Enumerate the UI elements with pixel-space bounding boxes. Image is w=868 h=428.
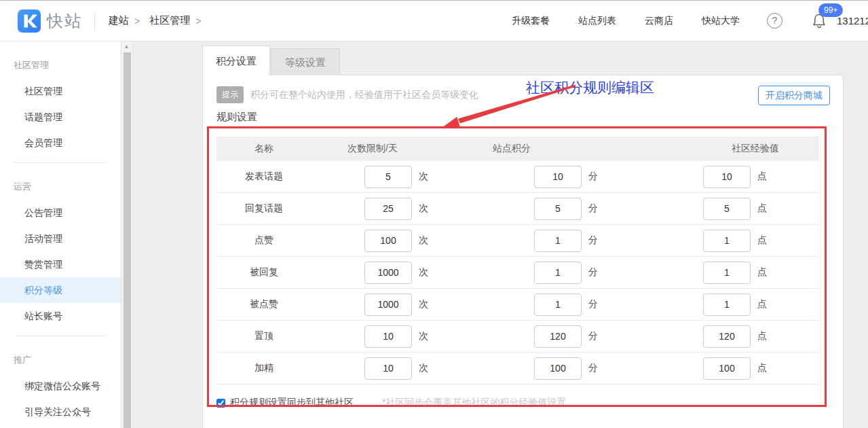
limit-input[interactable] bbox=[364, 357, 412, 380]
points-input[interactable] bbox=[534, 230, 582, 252]
user-id[interactable]: 131212 bbox=[837, 15, 868, 26]
topbar-nav: 升级套餐站点列表云商店快站大学 bbox=[483, 15, 740, 27]
open-points-mall-button[interactable]: 开启积分商城 bbox=[758, 86, 830, 105]
nav-link[interactable]: 升级套餐 bbox=[512, 15, 550, 27]
tab-points-settings[interactable]: 积分设置 bbox=[202, 46, 270, 75]
breadcrumb-item[interactable]: 社区管理 bbox=[149, 14, 190, 27]
unit-label: 分 bbox=[588, 234, 598, 247]
sidebar-item[interactable]: 积分等级 bbox=[0, 277, 121, 303]
topbar-divider bbox=[94, 12, 95, 30]
limit-input[interactable] bbox=[364, 230, 412, 252]
unit-label: 点 bbox=[757, 298, 767, 310]
exp-input[interactable] bbox=[703, 262, 751, 284]
unit-label: 次 bbox=[419, 234, 428, 247]
unit-label: 分 bbox=[588, 362, 598, 374]
rule-name: 被点赞 bbox=[216, 298, 312, 310]
points-input[interactable] bbox=[534, 357, 582, 380]
annotation-label: 社区积分规则编辑区 bbox=[526, 78, 654, 97]
nav-link[interactable]: 快站大学 bbox=[702, 15, 740, 27]
points-input[interactable] bbox=[534, 262, 582, 284]
sync-settings-row: 积分规则设置同步到其他社区 *社区同步会覆盖其他社区的积分经验值设置 bbox=[216, 397, 566, 409]
points-input[interactable] bbox=[534, 166, 582, 188]
nav-link[interactable]: 站点列表 bbox=[578, 15, 616, 27]
table-row: 被点赞次分点 bbox=[216, 289, 819, 321]
breadcrumb-item[interactable]: 建站 bbox=[109, 14, 129, 27]
scrollbar-up-arrow-icon[interactable]: ▲ bbox=[121, 41, 132, 52]
topbar: 快站 建站>社区管理> 升级套餐站点列表云商店快站大学 ? 99+ 131212 bbox=[0, 0, 868, 41]
unit-label: 分 bbox=[588, 298, 598, 310]
sidebar-item[interactable]: 活动管理 bbox=[0, 226, 121, 251]
table-body: 发表话题次分点回复话题次分点点赞次分点被回复次分点被点赞次分点置顶次分点加精次分… bbox=[216, 161, 819, 385]
sidebar: 社区管理社区管理话题管理会员管理运营公告管理活动管理赞赏管理积分等级站长账号推广… bbox=[0, 41, 121, 428]
limit-input[interactable] bbox=[364, 198, 412, 220]
notifications-bell[interactable]: 99+ bbox=[811, 12, 827, 30]
rule-name: 置顶 bbox=[216, 330, 312, 342]
logo[interactable]: 快站 bbox=[18, 10, 82, 33]
points-input[interactable] bbox=[534, 325, 582, 348]
unit-label: 分 bbox=[588, 330, 598, 342]
logo-text: 快站 bbox=[47, 10, 82, 32]
breadcrumb-chevron-icon: > bbox=[134, 16, 140, 26]
exp-input[interactable] bbox=[703, 293, 751, 316]
table-column-header: 社区经验值 bbox=[671, 143, 839, 155]
unit-label: 分 bbox=[588, 202, 598, 215]
sidebar-scrollbar[interactable]: ▲ bbox=[121, 41, 132, 428]
unit-label: 分 bbox=[588, 171, 598, 183]
limit-input[interactable] bbox=[364, 293, 412, 316]
breadcrumb-chevron-icon: > bbox=[195, 16, 201, 26]
sidebar-item[interactable]: 社区管理 bbox=[0, 78, 121, 104]
rule-name: 被回复 bbox=[216, 266, 312, 279]
rule-name: 回复话题 bbox=[216, 202, 312, 215]
unit-label: 次 bbox=[419, 171, 428, 183]
sidebar-item[interactable]: 微信小程序 bbox=[0, 425, 121, 428]
exp-input[interactable] bbox=[703, 166, 751, 188]
hint-text: 积分可在整个站内使用，经验值用于社区会员等级变化 bbox=[250, 89, 478, 101]
sidebar-item[interactable]: 会员管理 bbox=[0, 130, 121, 156]
table-row: 回复话题次分点 bbox=[216, 193, 819, 225]
app-window: 快站 建站>社区管理> 升级套餐站点列表云商店快站大学 ? 99+ 131212… bbox=[0, 0, 868, 428]
points-input[interactable] bbox=[534, 293, 582, 316]
rule-name: 发表话题 bbox=[216, 171, 312, 183]
unit-label: 点 bbox=[757, 234, 767, 247]
sidebar-item[interactable]: 赞赏管理 bbox=[0, 251, 121, 277]
sidebar-group-title: 推广 bbox=[0, 336, 121, 373]
sidebar-group-title: 社区管理 bbox=[0, 41, 121, 78]
sidebar-item[interactable]: 站长账号 bbox=[0, 303, 121, 329]
limit-input[interactable] bbox=[364, 325, 412, 348]
table-row: 置顶次分点 bbox=[216, 321, 819, 353]
hint-row: 提示 积分可在整个站内使用，经验值用于社区会员等级变化 bbox=[216, 86, 478, 103]
table-row: 被回复次分点 bbox=[216, 257, 819, 289]
sync-checkbox[interactable] bbox=[216, 399, 225, 408]
tab-level-settings[interactable]: 等级设置 bbox=[271, 48, 340, 75]
unit-label: 次 bbox=[419, 362, 428, 374]
help-icon[interactable]: ? bbox=[767, 13, 782, 29]
breadcrumb: 建站>社区管理> bbox=[109, 14, 210, 27]
exp-input[interactable] bbox=[703, 357, 751, 380]
unit-label: 点 bbox=[757, 171, 767, 183]
sidebar-item[interactable]: 绑定微信公众账号 bbox=[0, 373, 121, 399]
unit-label: 点 bbox=[757, 330, 767, 342]
sidebar-item[interactable]: 话题管理 bbox=[0, 104, 121, 130]
points-input[interactable] bbox=[534, 198, 582, 220]
sidebar-item[interactable]: 引导关注公众号 bbox=[0, 399, 121, 425]
unit-label: 次 bbox=[419, 330, 428, 342]
exp-input[interactable] bbox=[703, 325, 751, 348]
sync-checkbox-label[interactable]: 积分规则设置同步到其他社区 bbox=[230, 397, 354, 409]
rule-name: 加精 bbox=[216, 362, 312, 374]
scrollbar-thumb[interactable] bbox=[124, 52, 131, 428]
table-column-header: 站点积分 bbox=[427, 143, 597, 155]
limit-input[interactable] bbox=[364, 262, 412, 284]
unit-label: 次 bbox=[419, 202, 428, 215]
nav-link[interactable]: 云商店 bbox=[645, 15, 673, 27]
content-card: 提示 积分可在整个站内使用，经验值用于社区会员等级变化 社区积分规则编辑区 开启… bbox=[202, 75, 844, 428]
unit-label: 点 bbox=[757, 362, 767, 374]
exp-input[interactable] bbox=[703, 230, 751, 252]
notification-count-badge: 99+ bbox=[818, 3, 843, 17]
unit-label: 次 bbox=[419, 266, 428, 279]
table-row: 加精次分点 bbox=[216, 353, 819, 385]
exp-input[interactable] bbox=[703, 198, 751, 220]
rule-name: 点赞 bbox=[216, 234, 312, 247]
sidebar-group-title: 运营 bbox=[0, 163, 121, 200]
sidebar-item[interactable]: 公告管理 bbox=[0, 200, 121, 226]
limit-input[interactable] bbox=[364, 166, 412, 188]
